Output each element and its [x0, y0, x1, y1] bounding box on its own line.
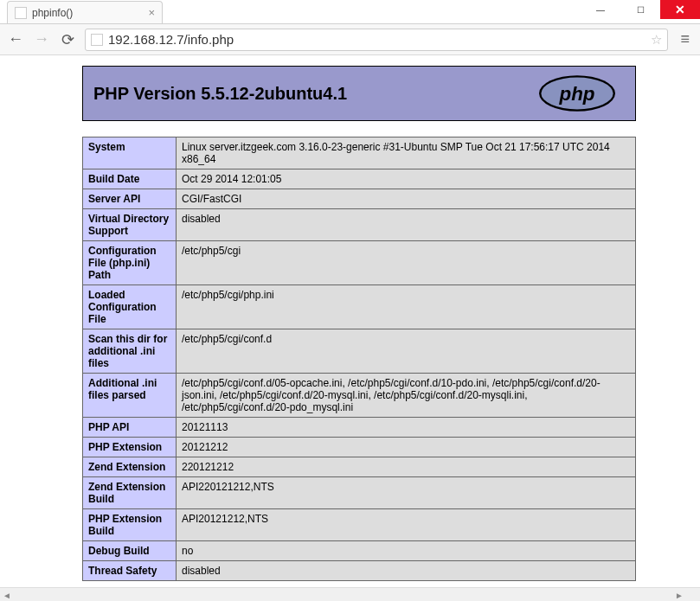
site-icon: [91, 34, 103, 46]
close-button[interactable]: ✕: [660, 0, 700, 19]
table-row: Server APICGI/FastCGI: [83, 189, 636, 209]
url-input[interactable]: [108, 32, 651, 47]
table-row: Scan this dir for additional .ini files/…: [83, 329, 636, 374]
row-value: Linux server.itzgeek.com 3.16.0-23-gener…: [177, 137, 636, 169]
favicon-icon: [15, 7, 27, 19]
row-value: /etc/php5/cgi/conf.d/05-opcache.ini, /et…: [177, 374, 636, 418]
row-key: Zend Extension: [83, 457, 177, 477]
row-key: PHP Extension: [83, 438, 177, 457]
table-row: Configuration File (php.ini) Path/etc/ph…: [83, 241, 636, 285]
row-value: API20121212,NTS: [177, 509, 636, 541]
row-value: /etc/php5/cgi: [177, 241, 636, 285]
address-bar[interactable]: ☆: [85, 29, 668, 51]
table-row: Zend Extension220121212: [83, 457, 636, 477]
row-value: Oct 29 2014 12:01:05: [177, 169, 636, 189]
row-key: PHP Extension Build: [83, 509, 177, 541]
window-controls: — ☐ ✕: [581, 0, 700, 19]
row-key: Debug Build: [83, 541, 177, 561]
browser-tab[interactable]: phpinfo() ×: [7, 1, 163, 23]
browser-toolbar: ← → ⟳ ☆ ≡: [0, 24, 700, 55]
table-row: PHP API20121113: [83, 418, 636, 438]
row-key: Virtual Directory Support: [83, 209, 177, 241]
row-key: Server API: [83, 189, 177, 209]
forward-button[interactable]: →: [33, 30, 50, 48]
menu-button[interactable]: ≡: [677, 30, 693, 48]
row-value: CGI/FastCGI: [177, 189, 636, 209]
row-value: /etc/php5/cgi/conf.d: [177, 329, 636, 374]
row-value: API220121212,NTS: [177, 477, 636, 509]
page-content: PHP Version 5.5.12-2ubuntu4.1 php System…: [82, 66, 636, 581]
row-key: PHP API: [83, 418, 177, 438]
row-key: Thread Safety: [83, 561, 177, 581]
tab-close-button[interactable]: ×: [148, 6, 155, 19]
page-viewport[interactable]: PHP Version 5.5.12-2ubuntu4.1 php System…: [0, 55, 700, 587]
reload-button[interactable]: ⟳: [59, 30, 76, 49]
row-value: 220121212: [177, 457, 636, 477]
row-key: Scan this dir for additional .ini files: [83, 329, 177, 374]
scroll-right-arrow-icon[interactable]: ►: [672, 588, 686, 601]
php-logo-icon: php: [530, 73, 625, 114]
back-button[interactable]: ←: [7, 30, 24, 48]
row-key: Configuration File (php.ini) Path: [83, 241, 177, 285]
window-titlebar: phpinfo() × — ☐ ✕: [0, 0, 700, 24]
row-key: Build Date: [83, 169, 177, 189]
table-row: Debug Buildno: [83, 541, 636, 561]
table-row: Zend Extension BuildAPI220121212,NTS: [83, 477, 636, 509]
row-key: Loaded Configuration File: [83, 285, 177, 329]
row-value: 20121212: [177, 438, 636, 457]
table-row: Additional .ini files parsed/etc/php5/cg…: [83, 374, 636, 418]
table-row: PHP Extension20121212: [83, 438, 636, 457]
table-row: Thread Safetydisabled: [83, 561, 636, 581]
table-row: PHP Extension BuildAPI20121212,NTS: [83, 509, 636, 541]
table-row: Loaded Configuration File/etc/php5/cgi/p…: [83, 285, 636, 329]
svg-text:php: php: [558, 83, 594, 105]
maximize-button[interactable]: ☐: [620, 0, 660, 19]
minimize-button[interactable]: —: [581, 0, 620, 19]
table-row: SystemLinux server.itzgeek.com 3.16.0-23…: [83, 137, 636, 169]
row-value: 20121113: [177, 418, 636, 438]
php-header: PHP Version 5.5.12-2ubuntu4.1 php: [82, 66, 636, 121]
php-version-title: PHP Version 5.5.12-2ubuntu4.1: [93, 84, 347, 104]
row-value: disabled: [177, 561, 636, 581]
table-row: Virtual Directory Supportdisabled: [83, 209, 636, 241]
table-row: Build DateOct 29 2014 12:01:05: [83, 169, 636, 189]
phpinfo-table: SystemLinux server.itzgeek.com 3.16.0-23…: [82, 137, 636, 581]
horizontal-scrollbar[interactable]: ◄ ►: [0, 587, 700, 601]
row-key: Zend Extension Build: [83, 477, 177, 509]
row-key: Additional .ini files parsed: [83, 374, 177, 418]
row-value: /etc/php5/cgi/php.ini: [177, 285, 636, 329]
scroll-left-arrow-icon[interactable]: ◄: [0, 588, 14, 601]
bookmark-star-icon[interactable]: ☆: [651, 32, 662, 48]
tab-title: phpinfo(): [32, 7, 73, 19]
row-key: System: [83, 137, 177, 169]
row-value: disabled: [177, 209, 636, 241]
row-value: no: [177, 541, 636, 561]
